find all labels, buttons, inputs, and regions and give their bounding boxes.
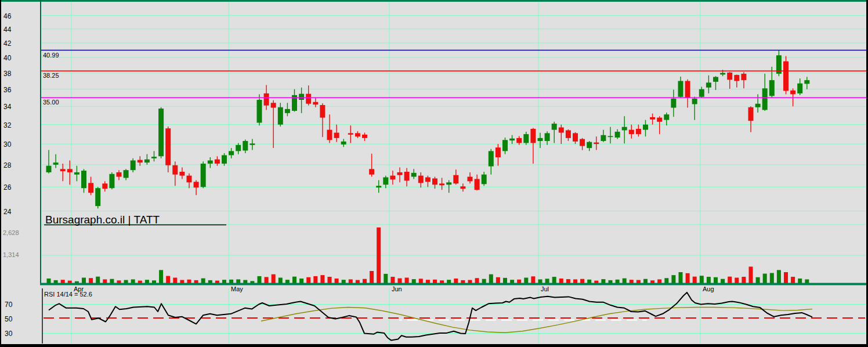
price-tick-label: 44 [3,26,12,34]
candle-body [650,117,655,120]
candle-body [306,94,311,104]
candle-body [249,143,255,145]
volume-bar [538,279,542,283]
candle-body [797,84,802,93]
candle-body [678,81,683,97]
candle-body [657,118,662,122]
candle-body [496,147,501,157]
candle-body [362,135,367,138]
volume-bar [173,278,177,283]
volume-bar [594,281,598,283]
candle-body [102,183,107,189]
volume-bar [222,280,226,283]
volume-bar [714,277,718,283]
candle-body [545,133,550,140]
price-tick-label: 46 [3,12,12,20]
volume-bar [279,278,283,283]
volume-bar [566,279,570,283]
candle-body [741,74,746,80]
volume-bar [559,279,563,283]
volume-bar [707,277,711,283]
candle-body [117,172,122,177]
volume-bar [587,280,591,283]
volume-bar [791,277,795,283]
candle-body [439,183,444,185]
candle-body [685,81,690,98]
candle-body [131,160,136,170]
candle-body [215,160,220,164]
candle-body [460,186,465,189]
candle-body [229,151,234,155]
volume-bar [328,277,332,283]
volume-bar [623,279,627,283]
volume-bar [447,280,451,283]
rsi-tick-label: 70 [5,301,13,309]
volume-bar [292,277,296,283]
volume-bar [426,280,430,283]
volume-bar [384,274,388,283]
candle-body [601,135,606,141]
price-tick-label: 26 [3,183,12,191]
volume-bar [54,280,58,283]
volume-bar [749,267,753,283]
candle-body [397,172,403,175]
candle-body [74,172,79,175]
volume-bar [721,279,725,283]
candle-body [692,99,697,104]
price-tick-label: 28 [3,161,12,169]
candle-body [243,141,248,150]
stock-chart-canvas: 4644424038363432302826242,6281,31440.993… [0,0,868,347]
candle-body [475,179,480,190]
volume-bar [763,274,767,283]
candle-body [706,82,711,88]
volume-bar [601,279,605,283]
candle-body [285,109,290,113]
volume-bar [299,279,303,283]
volume-bar [517,280,521,283]
candle-body [453,175,458,184]
volume-bar [524,278,528,283]
candle-body [144,160,150,162]
volume-bar [215,281,219,283]
volume-bar [433,280,437,283]
candle-body [81,171,86,188]
candle-body [158,109,164,156]
volume-bar [805,279,809,283]
candle-body [88,183,93,193]
volume-bar [693,277,697,283]
candle-body [236,145,241,151]
candle-body [755,104,761,107]
candle-body [489,151,494,166]
left-border [0,0,1,347]
volume-bar [777,270,781,283]
volume-bar [356,280,360,283]
volume-bar [756,277,760,283]
candle-body [559,128,564,133]
candle-body [552,124,557,130]
volume-bar [475,278,479,283]
candle-body [425,178,431,182]
volume-bar [131,279,135,283]
volume-bar [461,280,465,283]
candle-body [713,77,718,82]
volume-bar [201,279,205,283]
month-label: Jun [392,285,402,292]
candle-body [95,188,100,206]
candle-body [327,130,332,140]
reference-line-label: 40.99 [43,52,59,59]
candle-body [622,127,627,131]
volume-bar [616,280,620,283]
volume-bar [784,272,788,283]
candle-body [271,103,276,107]
volume-bar [265,277,269,283]
candle-body [783,62,789,91]
volume-bar [643,279,648,283]
volume-bar [335,279,339,283]
volume-bar [103,279,107,283]
volume-bar [117,280,121,283]
volume-bar [194,280,198,283]
candle-body [278,107,283,125]
volume-bar [236,279,240,283]
stock-chart-screen: 4644424038363432302826242,6281,31440.993… [0,0,868,347]
candle-body [573,133,578,141]
